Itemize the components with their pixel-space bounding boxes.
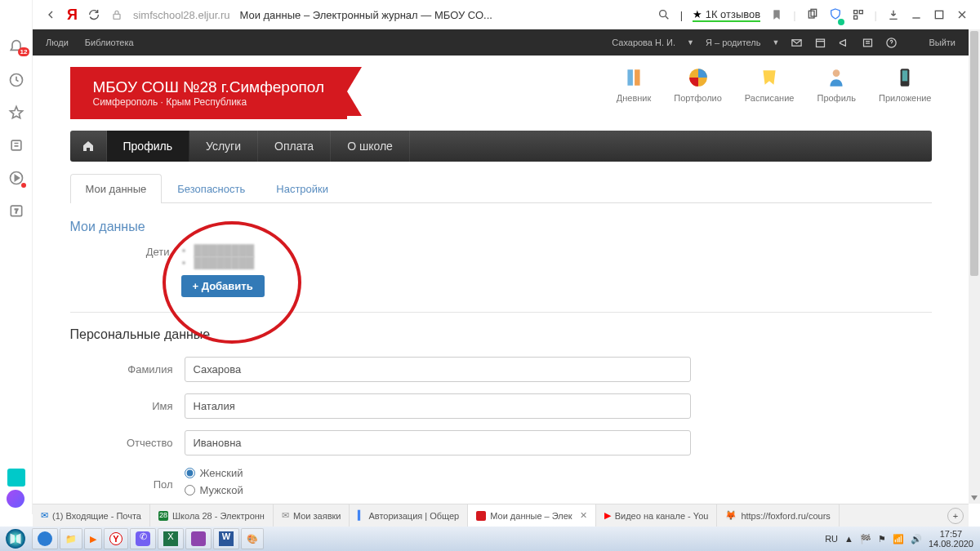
browser-tabs: ✉(1) Входящие - Почта 28Школа 28 - Элект… [33, 504, 969, 527]
subtab-settings[interactable]: Настройки [261, 174, 344, 203]
main-tabs: Профиль Услуги Оплата О школе [70, 131, 932, 162]
task-item[interactable]: 🎨 [241, 528, 264, 549]
address-host[interactable]: simfschool28.eljur.ru [133, 9, 230, 21]
calendar-icon[interactable]: 7 [8, 202, 24, 219]
child-item[interactable]: ████████ [194, 244, 688, 256]
nav-app[interactable]: Приложение [879, 67, 932, 103]
svg-rect-22 [902, 70, 908, 81]
play-icon[interactable] [8, 170, 24, 186]
user-name[interactable]: Сахарова Н. И. [612, 38, 675, 47]
network-icon[interactable]: 📶 [893, 534, 904, 544]
bell-icon[interactable]: 12 [8, 39, 24, 56]
lock-icon [110, 8, 123, 21]
role[interactable]: Я – родитель [706, 38, 761, 47]
scrollbar[interactable] [969, 29, 980, 504]
task-item[interactable] [32, 528, 58, 549]
page-title: Мои данные – Электронный журнал — МБОУ С… [239, 9, 492, 21]
btab-active[interactable]: Мои данные – Элек✕ [468, 504, 595, 527]
sex-male[interactable]: Мужской [185, 484, 691, 496]
task-item[interactable]: Y [104, 528, 128, 549]
svg-rect-11 [853, 16, 857, 19]
copy-icon[interactable] [806, 8, 819, 21]
clock-icon[interactable] [8, 72, 24, 88]
tab-about[interactable]: О школе [331, 131, 410, 162]
alice-icon[interactable] [7, 490, 24, 508]
shield-icon[interactable] [829, 7, 842, 23]
school-loc: Симферополь · Крым Республика [93, 96, 325, 108]
teal-app-icon[interactable] [7, 469, 25, 487]
sex-female[interactable]: Женский [185, 467, 691, 479]
tab-services[interactable]: Услуги [189, 131, 258, 162]
child-item[interactable]: ████████ [194, 256, 688, 269]
library-link[interactable]: Библиотека [85, 38, 134, 47]
home-icon[interactable] [70, 131, 107, 162]
lastname-field[interactable] [185, 357, 691, 382]
close-icon[interactable] [956, 8, 969, 21]
news-icon[interactable] [862, 37, 874, 49]
nav-portfolio[interactable]: Портфолио [674, 67, 722, 103]
yandex-icon[interactable]: Я [67, 7, 78, 24]
people-link[interactable]: Люди [46, 38, 69, 47]
mail-icon[interactable] [791, 37, 803, 49]
reviews-link[interactable]: 1К отзывов [693, 8, 760, 22]
task-item[interactable]: ✆ [130, 528, 156, 549]
nav-diary[interactable]: Дневник [617, 67, 652, 103]
task-item[interactable]: ▶ [84, 528, 102, 549]
minimize-icon[interactable] [910, 8, 923, 21]
extensions-icon[interactable] [852, 8, 865, 21]
browser-sidebar: 12 7 [0, 0, 33, 514]
tab-profile[interactable]: Профиль [107, 131, 189, 162]
svg-rect-14 [817, 39, 825, 47]
start-button[interactable] [0, 527, 31, 551]
bookmark-icon[interactable] [770, 8, 783, 21]
browser-toolbar: Я simfschool28.eljur.ru Мои данные – Эле… [33, 0, 980, 29]
tray-chevron-icon[interactable]: ▲ [844, 534, 853, 544]
system-tray[interactable]: RU ▲ 🏁 ⚑ 📶 🔊 17:5714.08.2020 [818, 529, 980, 549]
btab[interactable]: ▶Видео на канале - You [596, 504, 718, 527]
svg-point-6 [659, 11, 666, 17]
maximize-icon[interactable] [933, 8, 946, 21]
svg-point-23 [6, 529, 25, 549]
subtab-security[interactable]: Безопасность [162, 174, 261, 203]
middlename-field[interactable] [185, 430, 691, 455]
btab[interactable]: ✉Мои заявки [274, 504, 350, 527]
collections-icon[interactable] [8, 137, 24, 153]
search-icon[interactable] [657, 8, 670, 21]
reload-icon[interactable] [87, 8, 100, 21]
btab[interactable]: ▍Авторизация | Общер [350, 504, 468, 527]
help-icon[interactable] [885, 37, 898, 49]
flag-icon[interactable]: 🏁 [860, 534, 871, 544]
firstname-field[interactable] [185, 393, 691, 419]
nav-schedule[interactable]: Расписание [745, 67, 795, 103]
star-icon[interactable] [8, 104, 24, 121]
add-child-button[interactable]: + Добавить [181, 275, 265, 297]
svg-rect-17 [627, 69, 633, 86]
page-viewport: Люди Библиотека Сахарова Н. И.▼ Я – роди… [33, 29, 969, 513]
lang-indicator[interactable]: RU [825, 534, 838, 544]
btab[interactable]: ✉(1) Входящие - Почта [33, 504, 150, 527]
announce-icon[interactable] [838, 37, 850, 49]
svg-rect-18 [635, 69, 640, 86]
task-item[interactable]: X [158, 528, 184, 549]
clock[interactable]: 17:5714.08.2020 [929, 529, 973, 549]
volume-icon[interactable]: 🔊 [911, 534, 922, 544]
task-item[interactable]: W [213, 528, 239, 549]
nav-profile[interactable]: Профиль [817, 67, 856, 103]
new-tab-button[interactable]: + [947, 508, 964, 524]
divider [70, 312, 932, 313]
logout-link[interactable]: Выйти [929, 38, 956, 47]
task-item[interactable]: 📁 [60, 528, 82, 549]
downloads-icon[interactable] [887, 8, 900, 21]
tray-icon[interactable]: ⚑ [878, 534, 886, 544]
btab[interactable]: 🦊https://foxford.ru/cours [717, 504, 839, 527]
btab[interactable]: 28Школа 28 - Электронн [150, 504, 274, 527]
cal-icon[interactable] [814, 37, 826, 49]
taskbar: 📁 ▶ Y ✆ X W 🎨 RU ▲ 🏁 ⚑ 📶 🔊 17:5714.08.20… [0, 527, 980, 551]
subtab-mydata[interactable]: Мои данные [70, 174, 163, 203]
svg-rect-12 [935, 11, 942, 18]
section-personal: Персональные данные [70, 327, 932, 342]
task-item[interactable] [185, 528, 212, 549]
tab-payment[interactable]: Оплата [258, 131, 331, 162]
back-icon[interactable] [44, 8, 57, 21]
svg-rect-5 [114, 14, 120, 19]
